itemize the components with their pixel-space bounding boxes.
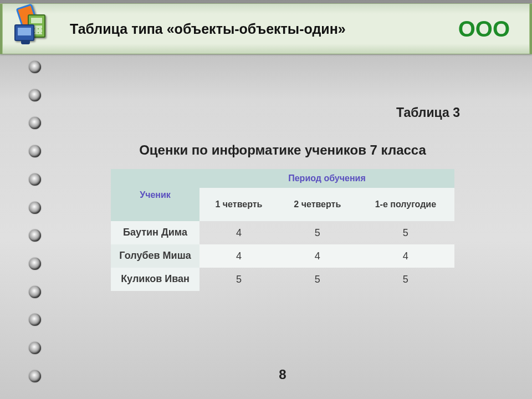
binding-hole [29, 286, 41, 298]
col-header-student: Ученик [111, 169, 200, 221]
col-header-q2: 2 четверть [278, 188, 357, 221]
page-number: 8 [50, 367, 515, 382]
binding-hole [29, 258, 41, 270]
grade-cell: 5 [357, 268, 454, 291]
row-header-student: Баутин Дима [111, 221, 200, 244]
col-header-h1: 1-е полугодие [357, 188, 454, 221]
grade-cell: 4 [200, 244, 278, 268]
binding-hole [29, 117, 41, 129]
header-clipart [16, 11, 59, 47]
slide-content: Таблица 3 Оценки по информатике учеников… [50, 64, 515, 388]
row-header-student: Голубев Миша [111, 244, 200, 268]
binding-hole [29, 229, 41, 242]
row-header-student: Куликов Иван [111, 268, 200, 291]
binding-hole [29, 202, 41, 214]
binding-hole [29, 370, 41, 382]
grades-table: Ученик Период обучения 1 четверть 2 четв… [111, 169, 454, 291]
spiral-binding [29, 55, 42, 399]
grade-cell: 4 [357, 244, 454, 268]
slide-title: Таблица типа «объекты-объекты-один» [70, 21, 346, 37]
table-number-label: Таблица 3 [50, 64, 515, 120]
grade-cell: 4 [200, 221, 278, 244]
slide-badge: ООО [458, 17, 510, 42]
binding-hole [29, 314, 41, 326]
monitor-icon [14, 24, 34, 41]
grade-cell: 5 [357, 221, 454, 244]
binding-hole [29, 61, 41, 73]
binding-hole [29, 173, 41, 186]
binding-hole [29, 342, 41, 354]
grade-cell: 5 [200, 268, 278, 291]
grade-cell: 5 [278, 221, 357, 244]
binding-hole [29, 145, 41, 157]
table-caption: Оценки по информатике учеников 7 класса [50, 120, 515, 169]
slide-header: Таблица типа «объекты-объекты-один» ООО [0, 3, 532, 54]
col-header-period-group: Период обучения [200, 169, 454, 188]
col-header-q1: 1 четверть [200, 188, 278, 221]
binding-hole [29, 89, 41, 101]
grade-cell: 4 [278, 244, 357, 268]
grade-cell: 5 [278, 268, 357, 291]
